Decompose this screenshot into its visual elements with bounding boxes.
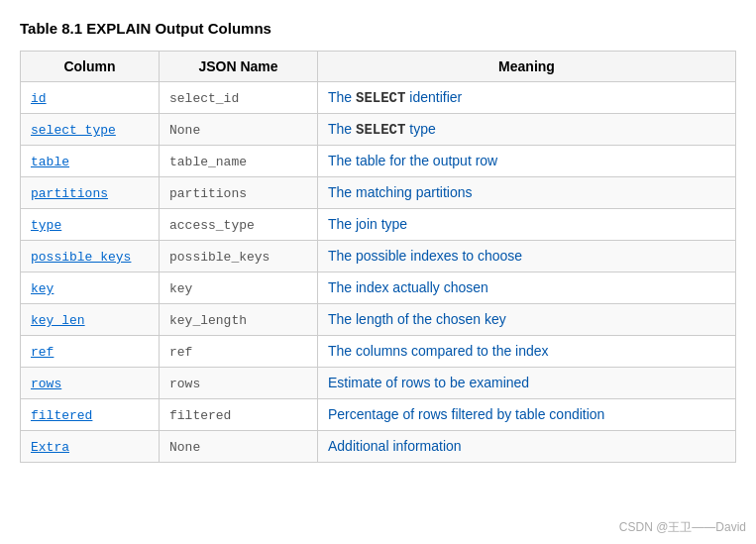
json-value: ref <box>169 345 192 360</box>
table-row: select_typeNoneThe SELECT type <box>21 114 736 146</box>
column-link[interactable]: type <box>31 218 61 233</box>
cell-meaning: The SELECT identifier <box>318 82 736 114</box>
json-value: key_length <box>169 313 247 328</box>
cell-column: filtered <box>21 399 160 431</box>
json-value: None <box>169 123 200 138</box>
cell-meaning: The possible indexes to choose <box>318 241 736 272</box>
column-link[interactable]: rows <box>31 377 61 391</box>
json-value: table_name <box>169 155 247 169</box>
json-value: filtered <box>169 408 231 423</box>
column-link[interactable]: key_len <box>31 313 85 328</box>
column-link[interactable]: key <box>31 281 54 296</box>
cell-column: key <box>21 272 160 304</box>
json-value: None <box>169 440 200 455</box>
cell-meaning: The join type <box>318 209 736 241</box>
meaning-text: The SELECT identifier <box>328 89 462 105</box>
json-value: rows <box>169 377 200 391</box>
cell-meaning: Percentage of rows filtered by table con… <box>318 399 736 431</box>
table-row: ExtraNoneAdditional information <box>21 431 736 463</box>
meaning-text: The columns compared to the index <box>328 343 549 359</box>
meaning-text: Percentage of rows filtered by table con… <box>328 406 604 422</box>
cell-column: type <box>21 209 160 241</box>
meaning-text: The length of the chosen key <box>328 311 506 327</box>
meaning-text: The table for the output row <box>328 153 497 168</box>
meaning-code: SELECT <box>356 122 405 138</box>
cell-json-name: table_name <box>160 146 318 177</box>
cell-meaning: The index actually chosen <box>318 272 736 304</box>
cell-json-name: key <box>160 272 318 304</box>
cell-column: table <box>21 146 160 177</box>
cell-json-name: key_length <box>160 304 318 336</box>
explain-output-table: Column JSON Name Meaning idselect_idThe … <box>20 51 736 463</box>
meaning-text: The possible indexes to choose <box>328 248 522 264</box>
cell-json-name: filtered <box>160 399 318 431</box>
cell-meaning: Estimate of rows to be examined <box>318 368 736 399</box>
cell-meaning: The table for the output row <box>318 146 736 177</box>
meaning-text: The SELECT type <box>328 121 436 137</box>
cell-meaning: Additional information <box>318 431 736 463</box>
meaning-text: The index actually chosen <box>328 279 488 295</box>
header-meaning: Meaning <box>318 52 736 82</box>
table-row: key_lenkey_lengthThe length of the chose… <box>21 304 736 336</box>
meaning-code: SELECT <box>356 90 405 106</box>
table-header-row: Column JSON Name Meaning <box>21 52 736 82</box>
table-row: filteredfilteredPercentage of rows filte… <box>21 399 736 431</box>
column-link[interactable]: Extra <box>31 440 69 455</box>
cell-json-name: select_id <box>160 82 318 114</box>
cell-column: possible_keys <box>21 241 160 272</box>
json-value: select_id <box>169 91 239 106</box>
column-link[interactable]: id <box>31 91 47 106</box>
json-value: partitions <box>169 186 247 201</box>
cell-column: id <box>21 82 160 114</box>
table-row: partitionspartitionsThe matching partiti… <box>21 177 736 209</box>
cell-json-name: partitions <box>160 177 318 209</box>
cell-column: select_type <box>21 114 160 146</box>
cell-column: rows <box>21 368 160 399</box>
meaning-text: The matching partitions <box>328 184 473 200</box>
cell-json-name: access_type <box>160 209 318 241</box>
cell-column: Extra <box>21 431 160 463</box>
header-column: Column <box>21 52 160 82</box>
column-link[interactable]: filtered <box>31 408 92 423</box>
column-link[interactable]: partitions <box>31 186 108 201</box>
table-row: tabletable_nameThe table for the output … <box>21 146 736 177</box>
meaning-text: Additional information <box>328 438 462 454</box>
json-value: key <box>169 281 192 296</box>
column-link[interactable]: ref <box>31 345 54 360</box>
cell-meaning: The columns compared to the index <box>318 336 736 368</box>
cell-meaning: The SELECT type <box>318 114 736 146</box>
table-row: keykeyThe index actually chosen <box>21 272 736 304</box>
cell-meaning: The length of the chosen key <box>318 304 736 336</box>
meaning-text: Estimate of rows to be examined <box>328 375 529 390</box>
page-title: Table 8.1 EXPLAIN Output Columns <box>20 20 736 37</box>
cell-json-name: possible_keys <box>160 241 318 272</box>
json-value: access_type <box>169 218 255 233</box>
cell-column: key_len <box>21 304 160 336</box>
table-row: idselect_idThe SELECT identifier <box>21 82 736 114</box>
column-link[interactable]: select_type <box>31 123 116 138</box>
table-row: rowsrowsEstimate of rows to be examined <box>21 368 736 399</box>
cell-json-name: ref <box>160 336 318 368</box>
cell-column: partitions <box>21 177 160 209</box>
json-value: possible_keys <box>169 250 270 265</box>
table-row: typeaccess_typeThe join type <box>21 209 736 241</box>
table-row: possible_keyspossible_keysThe possible i… <box>21 241 736 272</box>
column-link[interactable]: table <box>31 155 69 169</box>
cell-column: ref <box>21 336 160 368</box>
cell-json-name: None <box>160 114 318 146</box>
table-row: refrefThe columns compared to the index <box>21 336 736 368</box>
meaning-text: The join type <box>328 216 407 232</box>
cell-meaning: The matching partitions <box>318 177 736 209</box>
cell-json-name: rows <box>160 368 318 399</box>
header-json-name: JSON Name <box>160 52 318 82</box>
column-link[interactable]: possible_keys <box>31 250 131 265</box>
cell-json-name: None <box>160 431 318 463</box>
